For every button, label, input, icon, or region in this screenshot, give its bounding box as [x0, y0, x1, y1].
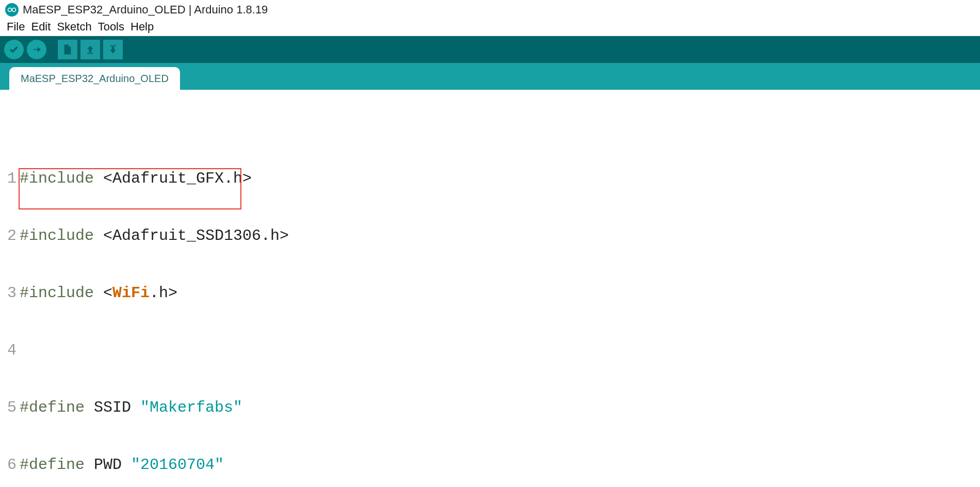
- window-title: MaESP_ESP32_Arduino_OLED | Arduino 1.8.1…: [23, 3, 268, 17]
- arduino-logo-icon: [5, 3, 19, 17]
- toolbar: [0, 36, 980, 63]
- code-line: 3#include <WiFi.h>: [0, 284, 980, 303]
- svg-point-1: [12, 8, 16, 12]
- upload-button[interactable]: [27, 40, 46, 59]
- tab-strip: MaESP_ESP32_Arduino_OLED: [0, 63, 980, 90]
- new-file-icon: [62, 44, 73, 55]
- code-line: 6#define PWD "20160704": [0, 456, 980, 475]
- arrow-right-icon: [31, 44, 42, 55]
- code-line: 4: [0, 341, 980, 360]
- svg-rect-2: [87, 53, 93, 54]
- code-editor[interactable]: 1#include <Adafruit_GFX.h> 2#include <Ad…: [0, 90, 980, 487]
- save-button[interactable]: [103, 40, 123, 59]
- code-line: 2#include <Adafruit_SSD1306.h>: [0, 226, 980, 246]
- menu-edit[interactable]: Edit: [28, 20, 53, 34]
- svg-rect-3: [110, 45, 116, 46]
- sketch-tab-label: MaESP_ESP32_Arduino_OLED: [21, 73, 169, 85]
- menu-sketch[interactable]: Sketch: [54, 20, 94, 34]
- code-line: 5#define SSID "Makerfabs": [0, 398, 980, 417]
- svg-point-0: [8, 8, 12, 12]
- arrow-down-icon: [108, 44, 118, 55]
- check-icon: [9, 44, 19, 55]
- menubar: File Edit Sketch Tools Help: [0, 20, 980, 36]
- open-button[interactable]: [80, 40, 100, 59]
- menu-tools[interactable]: Tools: [95, 20, 127, 34]
- window-titlebar: MaESP_ESP32_Arduino_OLED | Arduino 1.8.1…: [0, 0, 980, 20]
- arrow-up-icon: [85, 44, 95, 55]
- verify-button[interactable]: [4, 40, 24, 59]
- new-button[interactable]: [58, 40, 77, 59]
- menu-file[interactable]: File: [4, 20, 27, 34]
- sketch-tab[interactable]: MaESP_ESP32_Arduino_OLED: [9, 67, 180, 90]
- code-line: 1#include <Adafruit_GFX.h>: [0, 169, 980, 188]
- menu-help[interactable]: Help: [128, 20, 156, 34]
